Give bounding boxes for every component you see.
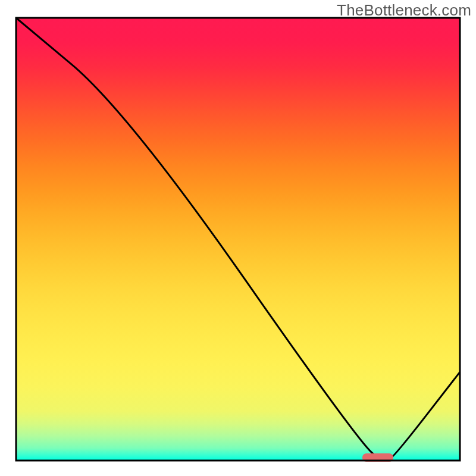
plot-gradient-fill [16,18,460,461]
bottleneck-chart [0,0,476,476]
watermark-text: TheBottleneck.com [337,1,471,20]
chart-container: { "watermark": "TheBottleneck.com", "cha… [0,0,476,476]
